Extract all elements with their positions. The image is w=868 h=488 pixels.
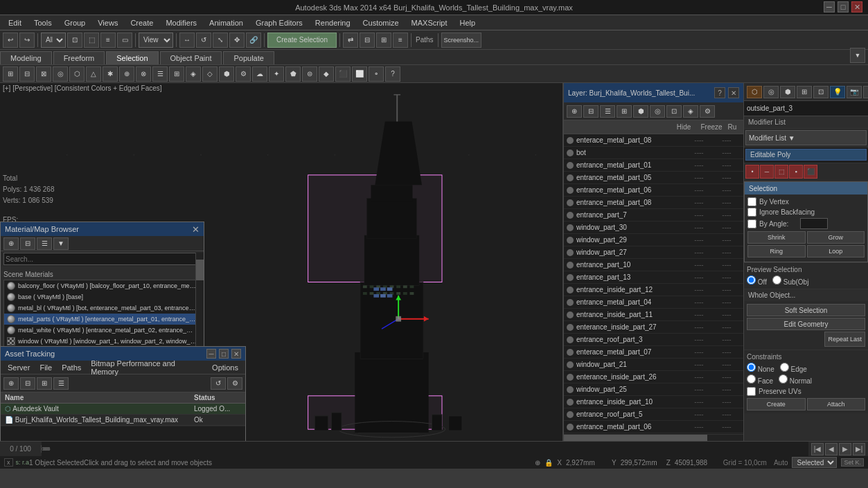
shrink-btn[interactable]: Shrink (747, 231, 806, 244)
mat-item-3[interactable]: metal_parts ( VRayMtl ) [enterance_metal… (4, 314, 200, 325)
mod-icon-4[interactable]: ⊞ (797, 86, 812, 98)
select-obj-btn[interactable]: ⊡ (67, 33, 82, 48)
preview-subobj-radio[interactable] (772, 275, 781, 284)
create-btn[interactable]: Create (747, 398, 806, 410)
timeline-track[interactable]: 0 10 15 20 25 30 35 40 45 50 55 60 65 70… (42, 442, 808, 456)
layer-tb-6[interactable]: ◎ (650, 105, 665, 118)
constraint-none-radio[interactable] (747, 363, 756, 372)
align-btn[interactable]: ⊟ (360, 33, 375, 48)
menu-item-maxscript[interactable]: MAXScript (406, 17, 453, 28)
selection-filter-dropdown[interactable]: All (41, 33, 66, 48)
tc-start-btn[interactable]: |◀ (811, 443, 824, 455)
maximize-btn[interactable]: □ (838, 1, 849, 12)
asset-tb-3[interactable]: ⊞ (37, 377, 52, 390)
layer-row[interactable]: enterace_metal_part_07 ---- ---- (564, 346, 743, 359)
icon-tb-20[interactable]: ◆ (319, 66, 334, 82)
layer-row[interactable]: enterance_inside_part_26 ---- ---- (564, 371, 743, 383)
by-vertex-checkbox[interactable] (747, 197, 756, 206)
mat-tb-4[interactable]: ▼ (53, 237, 69, 250)
render-mode-dropdown[interactable]: Selected (792, 457, 837, 468)
layer-close-btn[interactable]: ✕ (728, 87, 739, 98)
by-angle-checkbox[interactable] (747, 219, 756, 228)
subobj-polygon-btn[interactable]: ▪ (789, 165, 803, 179)
layer-row[interactable]: entrance_metal_part_05 ---- ---- (564, 172, 743, 184)
select-region-btn[interactable]: ⬚ (84, 33, 99, 48)
layer-row[interactable]: entrance_metal_part_04 ---- ---- (564, 296, 743, 309)
menu-item-animation[interactable]: Animation (204, 17, 249, 28)
layer-row[interactable]: entrance_inside_part_10 ---- ---- (564, 396, 743, 408)
tab-object-paint[interactable]: Object Paint (160, 51, 222, 64)
layer-row[interactable]: entrance_metal_part_01 ---- ---- (564, 159, 743, 172)
rotate-btn[interactable]: ↺ (196, 33, 211, 48)
mod-icon-3[interactable]: ⬢ (780, 86, 795, 98)
tab-modeling[interactable]: Modeling (0, 51, 52, 64)
menu-item-customize[interactable]: Customize (357, 17, 405, 28)
layer-tb-2[interactable]: ⊟ (583, 105, 599, 118)
icon-tb-14[interactable]: ⬢ (219, 66, 234, 82)
view-mode-dropdown[interactable]: View (139, 33, 173, 48)
preserve-uvs-checkbox[interactable] (747, 387, 756, 396)
mat-tb-3[interactable]: ☰ (37, 237, 52, 250)
layer-row[interactable]: window_part_30 ---- ---- (564, 222, 743, 234)
menu-item-rendering[interactable]: Rendering (310, 17, 356, 28)
grow-btn[interactable]: Grow (807, 231, 865, 244)
icon-tb-1[interactable]: ⊞ (3, 66, 18, 82)
mat-item-1[interactable]: base ( VRayMtl ) [base] (4, 291, 200, 302)
tab-selection[interactable]: Selection (106, 51, 158, 64)
constraint-normal-radio[interactable] (779, 374, 788, 383)
modifier-item-editable-poly[interactable]: Editable Poly (745, 149, 867, 161)
mod-icon-8[interactable]: ⚙ (863, 86, 868, 98)
asset-tb-refresh[interactable]: ↺ (211, 377, 226, 390)
repeat-last-btn[interactable]: Repeat Last (824, 332, 865, 347)
layer-row[interactable]: entrance_metal_part_08 ---- ---- (564, 197, 743, 209)
select-rect-btn[interactable]: ▭ (117, 33, 132, 48)
constraint-edge-radio[interactable] (780, 363, 789, 372)
menu-item-group[interactable]: Group (59, 17, 91, 28)
icon-tb-24[interactable]: ? (385, 66, 400, 82)
layer-row[interactable]: entrance_roof_part_5 ---- ---- (564, 408, 743, 421)
layer-hscrollbar[interactable] (564, 434, 743, 441)
layer-row[interactable]: enterance_inside_part_27 ---- ---- (564, 321, 743, 334)
undo-btn[interactable]: ↩ (3, 33, 18, 48)
layer-row[interactable]: entrance_roof_part_3 ---- ---- (564, 334, 743, 346)
layer-row[interactable]: entrance_part_10 ---- ---- (564, 259, 743, 271)
menu-item-modifiers[interactable]: Modifiers (160, 17, 202, 28)
subobj-border-btn[interactable]: ⬚ (774, 165, 788, 179)
soft-selection-btn[interactable]: Soft Selection (747, 304, 865, 316)
menu-item-views[interactable]: Views (92, 17, 123, 28)
layer-tb-1[interactable]: ⊕ (567, 105, 582, 118)
modifier-list-dropdown[interactable]: Modifier List ▼ (745, 130, 867, 145)
tab-freeform[interactable]: Freeform (53, 51, 105, 64)
tc-play-btn[interactable]: ▶ (839, 443, 851, 455)
ribbon-btn[interactable]: ≡ (393, 33, 408, 48)
loop-btn[interactable]: Loop (807, 245, 865, 257)
icon-tb-16[interactable]: ☁ (252, 66, 267, 82)
asset-close-btn[interactable]: ✕ (231, 349, 241, 359)
subobj-element-btn[interactable]: ⬛ (804, 165, 817, 179)
menu-item-create[interactable]: Create (125, 17, 159, 28)
layer-tb-3[interactable]: ☰ (600, 105, 615, 118)
icon-tb-11[interactable]: ⊞ (169, 66, 184, 82)
layer-list[interactable]: enterace_metal_part_08 ---- ---- bot ---… (564, 134, 743, 434)
close-btn[interactable]: ✕ (851, 1, 862, 12)
layer-row[interactable]: entrance_metal_part_06 ---- ---- (564, 421, 743, 433)
tab-options-btn[interactable]: ▼ (850, 48, 865, 63)
asset-tb-4[interactable]: ☰ (53, 377, 69, 390)
table-row[interactable]: 📄 Burj_Khalifa_Worlds_Tallest_Building_m… (1, 415, 245, 426)
icon-tb-13[interactable]: ◇ (202, 66, 218, 82)
layer-tb-9[interactable]: ⚙ (700, 105, 715, 118)
select-name-btn[interactable]: ≡ (100, 33, 116, 48)
move-btn[interactable]: ↔ (179, 33, 195, 48)
icon-tb-4[interactable]: ◎ (53, 66, 68, 82)
edit-geometry-btn[interactable]: Edit Geometry (747, 318, 865, 330)
menu-item-edit[interactable]: Edit (3, 17, 27, 28)
icon-tb-3[interactable]: ⊠ (36, 66, 51, 82)
mat-item-2[interactable]: metal_bl ( VRayMtl ) [bot, enterance_met… (4, 302, 200, 314)
set-key-btn[interactable]: Set K. (841, 458, 864, 467)
mat-search-input[interactable] (3, 253, 201, 265)
asset-restore-btn[interactable]: □ (219, 349, 229, 359)
menu-item-help[interactable]: Help (454, 17, 481, 28)
icon-tb-2[interactable]: ⊟ (19, 66, 35, 82)
screenshot-btn[interactable]: Screensho... (441, 33, 482, 48)
ring-btn[interactable]: Ring (747, 245, 806, 257)
